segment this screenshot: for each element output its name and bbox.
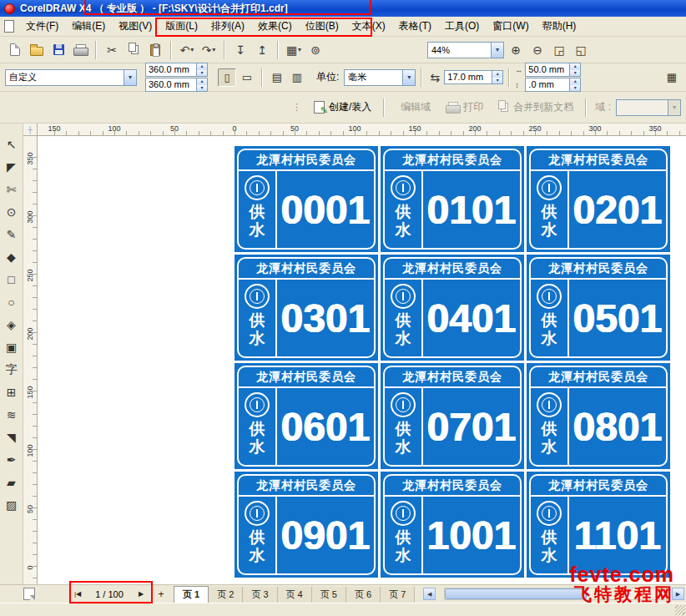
page-tab[interactable]: 页 4 bbox=[278, 587, 312, 603]
new-document-button[interactable] bbox=[5, 40, 25, 60]
page-width-spinner[interactable]: ▴▾ bbox=[197, 63, 208, 77]
ticket[interactable]: 龙潭村村民委员会 供水 0001 bbox=[235, 146, 378, 252]
crop-tool-icon[interactable]: ✄ bbox=[1, 179, 22, 199]
paper-preset-combo[interactable]: 自定义 ▾ bbox=[5, 69, 137, 86]
ticket[interactable]: 龙潭村村民委员会 供水 0301 bbox=[235, 255, 378, 361]
units-dropdown-icon[interactable]: ▾ bbox=[402, 70, 415, 85]
blend-tool-icon[interactable]: ≋ bbox=[1, 404, 22, 425]
nudge-spinner[interactable]: ▴▾ bbox=[492, 70, 503, 84]
spin-up-icon[interactable]: ▴ bbox=[570, 63, 580, 70]
fill-tool-icon[interactable]: ▰ bbox=[1, 472, 22, 492]
duplicate-y-field[interactable]: .0 mm bbox=[525, 78, 570, 92]
field-combo[interactable]: ▾ bbox=[616, 99, 681, 116]
ticket[interactable]: 龙潭村村民委员会 供水 0101 bbox=[381, 146, 524, 252]
shape-tool-icon[interactable]: ◤ bbox=[1, 156, 22, 177]
units-combo[interactable]: 毫米 ▾ bbox=[344, 69, 416, 86]
toolbar-grip-icon[interactable]: ⋮ bbox=[292, 102, 300, 113]
spin-up-icon[interactable]: ▴ bbox=[492, 71, 502, 78]
ellipse-tool-icon[interactable]: ○ bbox=[1, 291, 22, 312]
print-button[interactable] bbox=[70, 40, 90, 60]
corel-online-button[interactable]: ⊚ bbox=[305, 40, 325, 60]
tab-scroll-left-button[interactable]: ◀ bbox=[423, 588, 436, 600]
menu-item[interactable]: 视图(V) bbox=[112, 16, 159, 37]
first-page-button[interactable]: |◀ bbox=[70, 587, 85, 601]
field-dropdown-icon[interactable]: ▾ bbox=[668, 100, 680, 115]
menu-item[interactable]: 排列(A) bbox=[204, 16, 251, 37]
zoom-out-button[interactable]: ⊖ bbox=[527, 40, 547, 60]
add-page-button[interactable]: + bbox=[154, 587, 169, 601]
menu-item[interactable]: 效果(C) bbox=[251, 16, 299, 37]
interactive-fill-tool-icon[interactable]: ▨ bbox=[1, 494, 22, 515]
page-tab[interactable]: 页 6 bbox=[346, 587, 381, 603]
spin-up-icon[interactable]: ▴ bbox=[570, 78, 580, 85]
scrollbar-thumb[interactable] bbox=[445, 588, 587, 599]
menu-item[interactable]: 帮助(H) bbox=[536, 16, 583, 37]
paste-button[interactable] bbox=[145, 40, 165, 60]
duplicate-y-spinner[interactable]: ▴▾ bbox=[570, 78, 581, 92]
undo-button[interactable]: ↶▾ bbox=[177, 40, 197, 60]
outline-pen-tool-icon[interactable]: ✒ bbox=[1, 449, 22, 470]
spin-down-icon[interactable]: ▾ bbox=[570, 70, 580, 77]
spin-down-icon[interactable]: ▾ bbox=[570, 85, 580, 92]
page-tab[interactable]: 页 1 bbox=[174, 586, 209, 603]
ruler-origin[interactable]: ┼ bbox=[23, 124, 38, 136]
ticket[interactable]: 龙潭村村民委员会 供水 0801 bbox=[527, 363, 670, 469]
import-button[interactable]: ↧ bbox=[230, 40, 250, 60]
page-tab[interactable]: 页 3 bbox=[243, 587, 277, 603]
options-button[interactable]: ▦ bbox=[663, 68, 681, 87]
page-tab[interactable]: 页 5 bbox=[312, 587, 346, 603]
spin-down-icon[interactable]: ▾ bbox=[492, 78, 502, 84]
duplicate-x-spinner[interactable]: ▴▾ bbox=[570, 63, 581, 77]
polygon-tool-icon[interactable]: ◈ bbox=[1, 314, 22, 335]
page-tab[interactable]: 页 2 bbox=[209, 587, 243, 603]
eyedropper-tool-icon[interactable]: ◥ bbox=[1, 427, 22, 447]
application-launcher-button[interactable]: ▦▾ bbox=[284, 40, 304, 60]
current-page-button[interactable]: ▥ bbox=[288, 68, 306, 87]
page-tab[interactable]: 页 7 bbox=[381, 587, 415, 603]
preset-dropdown-icon[interactable]: ▾ bbox=[124, 70, 136, 85]
ticket[interactable]: 龙潭村村民委员会 供水 0601 bbox=[235, 363, 378, 469]
export-button[interactable]: ↥ bbox=[252, 40, 272, 60]
copy-button[interactable] bbox=[124, 40, 144, 60]
spin-up-icon[interactable]: ▴ bbox=[197, 63, 207, 70]
basic-shapes-tool-icon[interactable]: ▣ bbox=[1, 336, 22, 357]
menu-item[interactable]: 版面(L) bbox=[159, 16, 204, 37]
menu-item[interactable]: 窗口(W) bbox=[486, 16, 535, 37]
zoom-in-button[interactable]: ⊕ bbox=[506, 40, 526, 60]
ticket[interactable]: 龙潭村村民委员会 供水 0701 bbox=[381, 363, 524, 469]
zoom-to-page-button[interactable]: ◱ bbox=[571, 40, 591, 60]
merge-to-new-document-button[interactable]: 合并到新文档 bbox=[492, 97, 580, 118]
nudge-offset-field[interactable]: 17.0 mm bbox=[444, 70, 492, 84]
landscape-button[interactable]: ▭ bbox=[238, 68, 256, 87]
ticket[interactable]: 龙潭村村民委员会 供水 1101 bbox=[527, 472, 670, 578]
freehand-tool-icon[interactable]: ✎ bbox=[1, 224, 22, 245]
page-height-field[interactable]: 360.0 mm bbox=[145, 78, 197, 92]
drawing-canvas[interactable]: 龙潭村村民委员会 供水 0001 龙潭村村民委员会 bbox=[38, 136, 686, 584]
create-load-merge-button[interactable]: 创建/装入 bbox=[307, 97, 378, 118]
save-button[interactable] bbox=[48, 40, 68, 60]
all-pages-button[interactable]: ▤ bbox=[268, 68, 286, 87]
next-page-button[interactable]: ▶ bbox=[134, 587, 149, 601]
ticket[interactable]: 龙潭村村民委员会 供水 0501 bbox=[527, 255, 670, 361]
menu-item[interactable]: 编辑(E) bbox=[65, 16, 112, 37]
zoom-to-selected-button[interactable]: ◲ bbox=[549, 40, 569, 60]
zoom-level-combo[interactable]: 44% ▾ bbox=[427, 42, 504, 58]
ticket[interactable]: 龙潭村村民委员会 供水 0901 bbox=[235, 472, 378, 578]
open-button[interactable] bbox=[27, 40, 47, 60]
zoom-dropdown-icon[interactable]: ▾ bbox=[491, 43, 503, 58]
smart-fill-tool-icon[interactable]: ◆ bbox=[1, 246, 22, 267]
vertical-ruler[interactable]: 350300250200150100500 bbox=[23, 136, 38, 584]
menu-item[interactable]: 表格(T) bbox=[392, 16, 438, 37]
edit-fields-button[interactable]: 编辑域 bbox=[390, 97, 437, 118]
spin-down-icon[interactable]: ▾ bbox=[197, 85, 207, 92]
merge-print-button[interactable]: 打印 bbox=[439, 97, 490, 118]
menu-item[interactable]: 文本(X) bbox=[346, 16, 392, 37]
text-tool-icon[interactable]: 字 bbox=[1, 359, 22, 380]
ticket[interactable]: 龙潭村村民委员会 供水 0401 bbox=[381, 255, 524, 361]
ticket[interactable]: 龙潭村村民委员会 供水 1001 bbox=[381, 472, 524, 578]
cut-button[interactable]: ✂ bbox=[102, 40, 122, 60]
redo-button[interactable]: ↷▾ bbox=[199, 40, 219, 60]
spin-down-icon[interactable]: ▾ bbox=[197, 70, 207, 77]
menu-item[interactable]: 位图(B) bbox=[299, 16, 346, 37]
page-width-field[interactable]: 360.0 mm bbox=[145, 63, 197, 77]
